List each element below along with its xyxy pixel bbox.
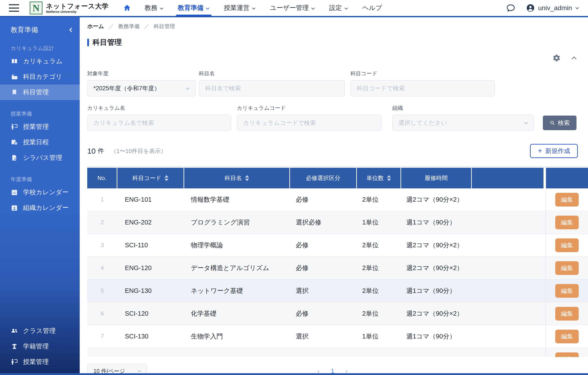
chevron-down-icon xyxy=(524,122,528,125)
table-row: 2 ENG-202 プログラミング演習 選択必修 1単位 週1コマ（90分） 編… xyxy=(87,211,588,234)
subject-code-input[interactable] xyxy=(350,80,495,96)
organization-select[interactable]: 選択してください xyxy=(392,115,534,131)
field-label-subject-code: 科目コード xyxy=(350,70,495,77)
chevron-down-icon xyxy=(160,7,164,10)
sidebar-item-class-group-management[interactable]: クラス管理 xyxy=(0,323,80,339)
pagination-page-1[interactable]: 1 xyxy=(331,367,335,373)
search-button[interactable]: 検索 xyxy=(543,115,577,130)
hamburger-menu-icon[interactable] xyxy=(9,4,19,12)
chevron-down-icon xyxy=(575,7,579,9)
curriculum-code-input[interactable] xyxy=(237,115,382,131)
column-header-requirement-type: 必修選択区分 xyxy=(290,168,357,188)
edit-button[interactable]: 編集 xyxy=(555,330,579,343)
title-accent-bar xyxy=(87,39,89,46)
nav-item-settings[interactable]: 設定 xyxy=(322,0,355,16)
page-title: 科目管理 xyxy=(93,37,122,47)
edit-button[interactable]: 編集 xyxy=(555,193,579,207)
pagination-next[interactable]: › xyxy=(345,367,347,373)
chat-icon[interactable] xyxy=(506,3,516,13)
sidebar-item-student-records[interactable]: 学籍管理 xyxy=(0,339,80,354)
result-range-note: （1〜10件目を表示） xyxy=(111,147,167,155)
pagination-prev[interactable]: ‹ xyxy=(317,367,320,373)
sidebar-item-subject-category[interactable]: 科目カテゴリ xyxy=(0,69,80,84)
nav-item-kyomu[interactable]: 教務 xyxy=(137,0,171,16)
filter-row-1: 対象年度 *2025年度（令和7年度） 科目名 科目コード xyxy=(87,70,588,96)
nav-item-user-kanri[interactable]: ユーザー管理 xyxy=(263,0,322,16)
subject-name-input[interactable] xyxy=(199,80,345,96)
calendar-icon xyxy=(11,189,18,196)
edit-button[interactable]: 編集 xyxy=(555,307,579,321)
sidebar-item-syllabus-management[interactable]: シラバス管理 xyxy=(0,150,80,166)
sidebar-item-class-schedule[interactable]: 授業日程 xyxy=(0,135,80,150)
column-header-credits[interactable]: 単位数 xyxy=(357,168,401,188)
pagination-bar: 10 件/ページ ‹ 1 › xyxy=(87,364,578,373)
user-menu[interactable]: univ_admin xyxy=(526,3,579,13)
chevron-down-icon xyxy=(206,7,210,10)
field-label-curriculum-name: カリキュラム名 xyxy=(87,104,231,112)
table-row: 7 SCI-130 生物学入門 選択 1単位 週1コマ（90分） 編集 xyxy=(87,325,588,348)
sidebar-item-class-management[interactable]: 授業管理 xyxy=(0,119,80,135)
field-label-curriculum-code: カリキュラムコード xyxy=(237,104,382,112)
sidebar-footer: クラス管理 学籍管理 授業管理 xyxy=(0,323,80,373)
search-icon xyxy=(549,120,555,126)
column-header-course-hours: 履修時間 xyxy=(401,168,472,188)
results-summary: 10 件 （1〜10件目を表示） + 新規作成 xyxy=(87,144,578,158)
sort-icon[interactable] xyxy=(165,175,168,181)
bookmark-icon xyxy=(11,89,18,96)
sidebar-collapse-icon[interactable] xyxy=(69,27,73,32)
calendar-clock-icon xyxy=(11,139,18,146)
edit-button[interactable]: 編集 xyxy=(555,216,579,229)
person-board-icon xyxy=(11,358,18,366)
main-nav: 教務 教育準備 授業運営 ユーザー管理 設定 ヘルプ xyxy=(137,0,389,16)
sidebar-title: 教育準備 xyxy=(11,25,38,34)
edit-button[interactable]: 編集 xyxy=(555,284,579,298)
sort-icon[interactable] xyxy=(387,175,391,181)
folder-icon xyxy=(11,73,18,81)
logo-mark: N xyxy=(30,1,42,14)
edit-button[interactable]: 編集 xyxy=(555,239,579,252)
sidebar-item-curriculum[interactable]: カリキュラム xyxy=(0,53,80,69)
column-header-subject-name[interactable]: 科目名 xyxy=(184,168,290,188)
username: univ_admin xyxy=(538,4,572,12)
filter-row-2: カリキュラム名 カリキュラムコード 組織 選択してください 検索 xyxy=(87,104,588,131)
chevron-down-icon xyxy=(252,7,256,10)
person-board-icon xyxy=(11,123,18,131)
collapse-filters-icon[interactable] xyxy=(571,56,577,60)
people-icon xyxy=(11,327,18,335)
university-logo[interactable]: N ネットフォース大学 Netforce University xyxy=(30,1,109,14)
column-header-subject-code[interactable]: 科目コード xyxy=(117,168,184,188)
logo-subtitle: Netforce University xyxy=(46,10,109,13)
create-new-button[interactable]: + 新規作成 xyxy=(530,144,578,158)
curriculum-name-input[interactable] xyxy=(87,115,231,131)
page-size-select[interactable]: 10 件/ページ xyxy=(87,364,147,373)
field-label-nendo: 対象年度 xyxy=(87,70,196,77)
subjects-table: No. 科目コード 科目名 必修選択区分 単位数 履修時間 xyxy=(87,166,588,357)
top-navbar: N ネットフォース大学 Netforce University 教務 教育準備 … xyxy=(0,0,588,17)
sidebar-item-lesson-management[interactable]: 授業管理 xyxy=(0,354,80,370)
nav-item-help[interactable]: ヘルプ xyxy=(355,0,389,16)
sidebar-item-subject-management[interactable]: 科目管理 xyxy=(0,84,80,100)
column-header-empty xyxy=(472,168,544,188)
chevron-down-icon xyxy=(344,7,348,10)
nendo-select[interactable]: *2025年度（令和7年度） xyxy=(87,80,196,96)
nav-item-jugyo-unei[interactable]: 授業運営 xyxy=(217,0,263,16)
edit-button[interactable]: 編集 xyxy=(555,261,579,275)
table-row: 3 SCI-110 物理学概論 必修 2単位 週2コマ（90分×2） 編集 xyxy=(87,234,588,257)
sort-icon[interactable] xyxy=(245,175,249,181)
sidebar: 教育準備 カリキュラム設計 カリキュラム 科目カテゴリ 科目管理 授業準備 授業… xyxy=(0,17,80,373)
edit-button[interactable]: 編集 xyxy=(555,353,579,357)
sidebar-item-school-calendar[interactable]: 学校カレンダー xyxy=(0,185,80,200)
sidebar-item-org-calendar[interactable]: 組織カレンダー xyxy=(0,200,80,216)
table-row-partial: 編集 xyxy=(87,348,588,357)
document-pencil-icon xyxy=(11,154,18,162)
graduate-icon xyxy=(11,343,18,350)
home-icon[interactable] xyxy=(123,4,131,12)
chevron-down-icon xyxy=(137,370,141,372)
gear-icon[interactable] xyxy=(553,54,561,62)
breadcrumb-home[interactable]: ホーム xyxy=(87,22,104,30)
chevron-down-icon xyxy=(311,7,315,10)
breadcrumb-kyomu-junbi[interactable]: 教務準備 xyxy=(118,23,139,30)
chevron-down-icon xyxy=(186,87,190,90)
result-count: 10 xyxy=(87,147,96,156)
nav-item-kyoiku-junbi[interactable]: 教育準備 xyxy=(171,0,217,16)
